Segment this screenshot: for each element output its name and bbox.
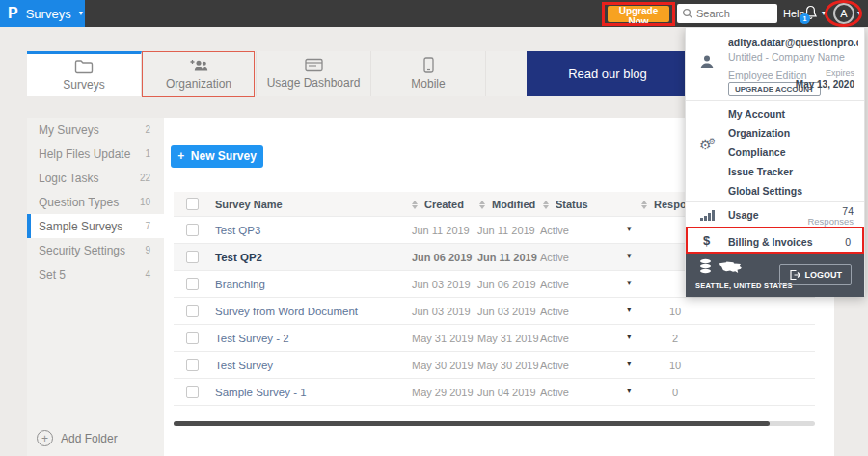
upgrade-now-button[interactable]: Upgrade Now [608,6,669,22]
modified-date: Jun 06 2019 [477,279,536,290]
plus-circle-icon: + [37,430,53,446]
row-checkbox[interactable] [186,251,199,263]
row-checkbox[interactable] [186,224,199,236]
notifications-bell-icon[interactable]: 1 [803,5,819,22]
row-checkbox[interactable] [186,359,199,371]
sidebar-folder-label: Sample Surveys [39,220,145,233]
sidebar-folder-item[interactable]: Question Types10 [27,190,164,214]
horizontal-scrollbar-thumb[interactable] [174,421,770,426]
account-menu-item[interactable]: Global Settings [686,181,864,201]
response-count: 0 [651,387,699,398]
modified-date: Jun 11 2019 [477,225,535,236]
sort-icon[interactable] [479,201,485,209]
created-date: May 29 2019 [412,387,474,398]
survey-name-link[interactable]: Branching [215,279,265,290]
status-value: Active [540,225,569,236]
horizontal-scrollbar[interactable] [174,421,815,426]
column-header-survey-name[interactable]: Survey Name [215,199,283,210]
status-dropdown-caret[interactable]: ▾ [627,359,632,368]
tab-organization[interactable]: Organization [142,51,257,96]
sidebar-folder-item[interactable]: Set 54 [27,262,164,286]
questionpro-dashboard: P Surveys ▾ Upgrade Now Help 1 ▾ A ▾ Sur… [0,0,868,456]
table-row: Sample Survey - 1May 29 2019Jun 04 2019A… [174,379,815,406]
column-header-status[interactable]: Status [543,199,588,210]
sidebar-folder-count: 22 [140,173,150,183]
person-icon [698,53,716,70]
status-dropdown-caret[interactable]: ▾ [627,332,632,341]
modified-date: May 31 2019 [477,333,539,344]
status-dropdown-caret[interactable]: ▾ [627,251,632,260]
sidebar-folder-label: Help Files Update [39,148,145,161]
tab-label: Surveys [63,78,104,92]
column-header-modified[interactable]: Modified [479,199,535,210]
sidebar-folder-item[interactable]: My Surveys2 [27,118,164,142]
row-checkbox[interactable] [186,305,199,317]
table-row: Test Survey - 2May 31 2019May 31 2019Act… [174,325,815,352]
survey-name-link[interactable]: Test QP3 [215,225,260,236]
search-input[interactable] [696,4,775,23]
created-date: Jun 03 2019 [412,279,471,290]
created-date: Jun 11 2019 [412,225,470,236]
status-dropdown-caret[interactable]: ▾ [627,386,632,395]
tab-label: Usage Dashboard [267,76,361,90]
divider [686,201,864,202]
row-checkbox[interactable] [186,278,199,290]
sidebar-folder-label: My Surveys [39,123,145,137]
tab-mobile[interactable]: Mobile [371,51,486,96]
sidebar-folder-count: 9 [145,245,150,255]
sort-icon[interactable] [412,201,418,209]
tab-usage-dashboard[interactable]: Usage Dashboard [257,51,371,96]
account-menu-item[interactable]: My Account [686,104,864,123]
new-survey-label: New Survey [191,149,257,163]
created-date: Jun 06 2019 [412,252,472,263]
sidebar-folder-count: 2 [145,124,150,135]
account-menu-item[interactable]: Issue Tracker [686,162,864,181]
app-switcher[interactable]: P Surveys ▾ [0,0,85,27]
read-our-blog-button[interactable]: Read our blog [527,51,689,96]
gears-icon: ⚙⚙ [699,137,716,152]
status-value: Active [540,306,569,317]
sidebar-folder-item[interactable]: Sample Surveys7 [27,214,164,238]
survey-name-link[interactable]: Sample Survey - 1 [215,387,307,398]
divider [686,100,864,101]
survey-name-link[interactable]: Test Survey - 2 [215,333,289,344]
billing-invoices-menu-item[interactable]: $ Billing & Invoices 0 [686,228,864,254]
dashboard-icon [305,58,323,72]
response-count: 2 [651,333,699,344]
sort-icon[interactable] [641,201,647,209]
status-dropdown-caret[interactable]: ▾ [627,224,632,233]
account-email: aditya.datar@questionpro.c... [728,37,858,48]
modified-date: Jun 11 2019 [477,252,537,263]
status-value: Active [540,333,569,344]
column-header-created[interactable]: Created [412,199,464,210]
status-dropdown-caret[interactable]: ▾ [627,305,632,314]
created-date: Jun 03 2019 [412,306,471,317]
new-survey-button[interactable]: + New Survey [171,145,263,168]
logout-icon [789,269,800,281]
search-box [677,4,777,23]
sidebar-folder-item[interactable]: Logic Tasks22 [27,166,164,190]
dollar-icon: $ [703,233,710,248]
sidebar-folder-item[interactable]: Security Settings9 [27,238,164,262]
avatar-chevron-down-icon[interactable]: ▾ [857,10,861,17]
select-all-checkbox[interactable] [186,198,199,210]
sidebar-folder-item[interactable]: Help Files Update1 [27,142,164,166]
sidebar-folder-count: 7 [145,221,150,231]
add-folder-button[interactable]: + Add Folder [37,430,118,446]
usage-menu-item[interactable]: Usage 74 Responses [686,203,864,228]
survey-name-link[interactable]: Test Survey [215,360,273,371]
survey-name-link[interactable]: Survey from Word Document [215,306,358,317]
logout-button[interactable]: LOGOUT [779,264,853,285]
add-folder-label: Add Folder [61,432,118,445]
bell-chevron-down-icon[interactable]: ▾ [822,10,826,17]
survey-name-link[interactable]: Test QP2 [215,252,262,263]
row-checkbox[interactable] [186,332,199,344]
table-row: Test SurveyMay 30 2019May 30 2019Active▾… [174,352,815,379]
sort-icon[interactable] [543,201,549,209]
tab-surveys[interactable]: Surveys [27,51,142,96]
status-dropdown-caret[interactable]: ▾ [627,278,632,287]
account-avatar[interactable]: A [833,3,854,24]
row-checkbox[interactable] [186,386,199,398]
sidebar-folder-count: 10 [140,197,150,207]
account-dropdown-panel: aditya.datar@questionpro.c... Untitled -… [685,27,865,296]
